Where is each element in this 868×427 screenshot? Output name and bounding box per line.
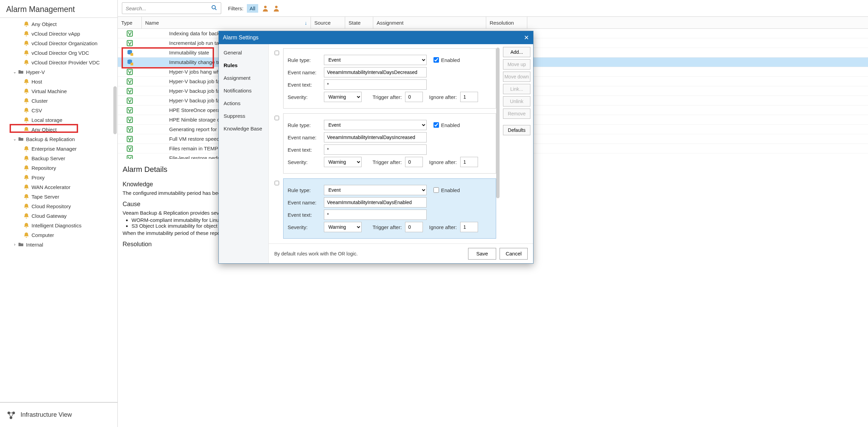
- tree-item[interactable]: vCloud Director vApp: [0, 29, 117, 38]
- tree-item[interactable]: Any Object: [0, 19, 117, 29]
- ignore-after-input[interactable]: [460, 92, 478, 102]
- dialog-nav-knowledge-base[interactable]: Knowledge Base: [219, 122, 268, 135]
- filter-all[interactable]: All: [247, 4, 258, 13]
- dialog-nav: GeneralRulesAssignmentNotificationsActio…: [219, 44, 269, 263]
- col-state[interactable]: State: [345, 17, 373, 28]
- dialog-nav-notifications[interactable]: Notifications: [219, 84, 268, 97]
- rule-select-checkbox[interactable]: [275, 116, 279, 120]
- trigger-after-label: Trigger after:: [373, 159, 402, 165]
- search-input[interactable]: [126, 5, 211, 11]
- filter-user-icon[interactable]: [262, 4, 269, 12]
- col-source[interactable]: Source: [311, 17, 345, 28]
- tree-item[interactable]: Virtual Machine: [0, 86, 117, 96]
- defaults-button[interactable]: Defaults: [503, 125, 530, 135]
- search-icon[interactable]: [211, 5, 217, 12]
- tree-item[interactable]: Host: [0, 77, 117, 86]
- ignore-after-input[interactable]: [460, 222, 478, 232]
- tree-item[interactable]: Tape Server: [0, 192, 117, 201]
- tree-scroll[interactable]: Any ObjectvCloud Director vAppvCloud Dir…: [0, 17, 117, 402]
- tree-item[interactable]: Proxy: [0, 173, 117, 182]
- tree-item[interactable]: Enterprise Manager: [0, 144, 117, 153]
- rule-type-label: Rule type:: [288, 122, 320, 128]
- bottom-nav-infrastructure[interactable]: Infrastructure View: [0, 402, 117, 427]
- rules-scroll[interactable]: Rule type:EventEnabledEvent name:Event t…: [269, 44, 500, 243]
- tree-item[interactable]: WAN Accelerator: [0, 182, 117, 192]
- tree-item-label: Enterprise Manager: [32, 146, 77, 152]
- tree-item[interactable]: vCloud Director Org VDC: [0, 48, 117, 58]
- expander-icon[interactable]: ⌄: [12, 70, 17, 74]
- expander-icon[interactable]: ⌄: [12, 137, 17, 141]
- tree-item[interactable]: Cluster: [0, 96, 117, 105]
- tree-item[interactable]: Backup Server: [0, 153, 117, 163]
- rules-scrollbar-thumb[interactable]: [496, 48, 500, 198]
- search-input-wrapper[interactable]: [122, 2, 221, 14]
- bell-icon: [23, 78, 29, 85]
- enabled-checkbox[interactable]: [433, 57, 439, 63]
- link-button[interactable]: Link...: [503, 84, 530, 94]
- dialog-nav-assignment[interactable]: Assignment: [219, 72, 268, 84]
- rule-type-select[interactable]: Event: [324, 185, 427, 195]
- remove-button[interactable]: Remove: [503, 109, 530, 119]
- tree-item[interactable]: CSV: [0, 105, 117, 115]
- severity-select[interactable]: Warning: [324, 222, 362, 232]
- event-text-input[interactable]: [324, 210, 427, 220]
- dialog-nav-suppress[interactable]: Suppress: [219, 110, 268, 122]
- tree-item[interactable]: Computer: [0, 230, 117, 240]
- enabled-label: Enabled: [441, 122, 460, 128]
- rule-type-select[interactable]: Event: [324, 120, 427, 130]
- rule-select-checkbox[interactable]: [275, 181, 279, 185]
- trigger-after-input[interactable]: [405, 222, 423, 232]
- dialog-nav-rules[interactable]: Rules: [219, 59, 268, 72]
- event-text-input[interactable]: [324, 79, 427, 90]
- filter-user2-icon[interactable]: [273, 4, 280, 12]
- move-down-button[interactable]: Move down: [503, 72, 530, 82]
- col-assignment[interactable]: Assignment: [373, 17, 486, 28]
- tree-item[interactable]: Local storage: [0, 115, 117, 125]
- dialog-title-text: Alarm Settings: [223, 35, 259, 41]
- vm-icon: [126, 40, 133, 47]
- tree-item[interactable]: ⌄Backup & Replication: [0, 134, 117, 144]
- scrollbar-thumb[interactable]: [113, 86, 117, 134]
- trigger-after-input[interactable]: [405, 157, 423, 167]
- close-icon[interactable]: ✕: [524, 34, 529, 41]
- col-name[interactable]: Name ↓: [142, 17, 311, 28]
- rule-card[interactable]: Rule type:EventEnabledEvent name:Event t…: [283, 178, 496, 239]
- tree-item[interactable]: Cloud Gateway: [0, 211, 117, 221]
- tree-item[interactable]: ⌄Hyper-V: [0, 67, 117, 77]
- rule-type-label: Rule type:: [288, 187, 320, 193]
- enabled-checkbox[interactable]: [433, 122, 439, 128]
- event-text-input[interactable]: [324, 145, 427, 155]
- col-resolution[interactable]: Resolution: [486, 17, 527, 28]
- tree-item[interactable]: Intelligent Diagnostics: [0, 221, 117, 230]
- dialog-nav-general[interactable]: General: [219, 46, 268, 59]
- unlink-button[interactable]: Unlink: [503, 96, 530, 106]
- tree-item[interactable]: Any Object: [0, 125, 117, 134]
- tree-item[interactable]: vCloud Director Provider VDC: [0, 58, 117, 67]
- move-up-button[interactable]: Move up: [503, 59, 530, 70]
- rule-select-checkbox[interactable]: [275, 51, 279, 55]
- database-icon: [126, 49, 133, 56]
- col-type[interactable]: Type: [118, 17, 142, 28]
- trigger-after-input[interactable]: [405, 92, 423, 102]
- rule-card[interactable]: Rule type:EventEnabledEvent name:Event t…: [283, 113, 496, 174]
- dialog-nav-actions[interactable]: Actions: [219, 97, 268, 110]
- rule-card[interactable]: Rule type:EventEnabledEvent name:Event t…: [283, 48, 496, 109]
- vm-icon: [126, 126, 133, 133]
- cancel-button[interactable]: Cancel: [500, 248, 528, 260]
- event-name-input[interactable]: [324, 197, 427, 208]
- dialog-titlebar[interactable]: Alarm Settings ✕: [219, 31, 533, 44]
- tree-item[interactable]: Cloud Repository: [0, 201, 117, 211]
- tree-item[interactable]: Repository: [0, 163, 117, 173]
- severity-select[interactable]: Warning: [324, 92, 362, 102]
- add-button[interactable]: Add...: [503, 47, 530, 57]
- tree-item[interactable]: ›Internal: [0, 240, 117, 249]
- rule-type-select[interactable]: Event: [324, 55, 427, 65]
- event-name-input[interactable]: [324, 132, 427, 142]
- severity-select[interactable]: Warning: [324, 157, 362, 167]
- save-button[interactable]: Save: [468, 248, 496, 260]
- event-name-input[interactable]: [324, 67, 427, 77]
- tree-item[interactable]: vCloud Director Organization: [0, 38, 117, 48]
- enabled-checkbox[interactable]: [433, 187, 439, 193]
- expander-icon[interactable]: ›: [12, 242, 17, 247]
- ignore-after-input[interactable]: [460, 157, 478, 167]
